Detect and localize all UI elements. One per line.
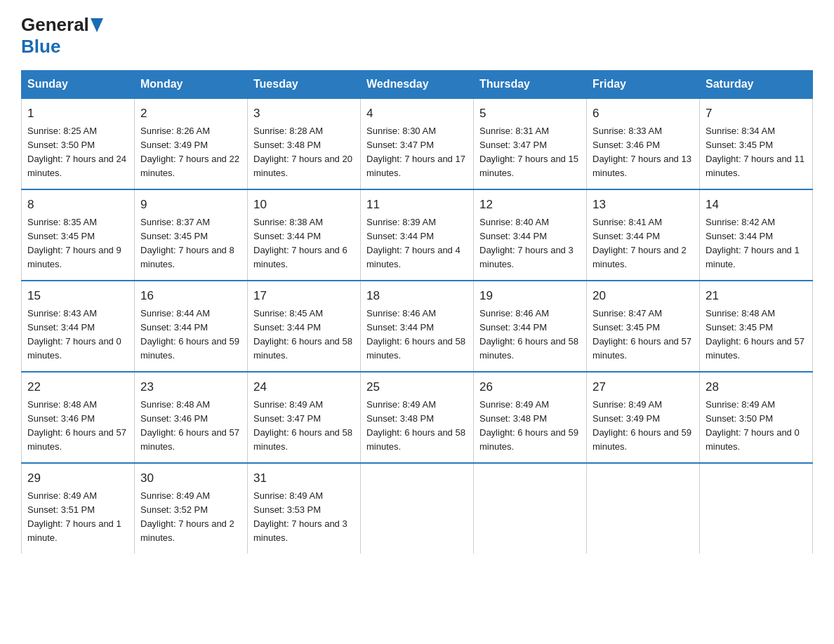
day-info: Sunrise: 8:37 AMSunset: 3:45 PMDaylight:… xyxy=(140,217,234,269)
calendar-cell xyxy=(361,463,474,554)
calendar-cell: 23Sunrise: 8:48 AMSunset: 3:46 PMDayligh… xyxy=(135,372,248,463)
weekday-header-sunday: Sunday xyxy=(22,71,135,99)
weekday-header-row: SundayMondayTuesdayWednesdayThursdayFrid… xyxy=(22,71,813,99)
day-info: Sunrise: 8:48 AMSunset: 3:46 PMDaylight:… xyxy=(140,399,239,452)
calendar-cell: 19Sunrise: 8:46 AMSunset: 3:44 PMDayligh… xyxy=(474,281,587,372)
day-number: 22 xyxy=(27,378,128,396)
day-number: 25 xyxy=(366,378,468,396)
day-info: Sunrise: 8:48 AMSunset: 3:45 PMDaylight:… xyxy=(706,308,805,361)
calendar-cell: 27Sunrise: 8:49 AMSunset: 3:49 PMDayligh… xyxy=(587,372,700,463)
day-info: Sunrise: 8:44 AMSunset: 3:44 PMDaylight:… xyxy=(140,308,239,361)
weekday-header-thursday: Thursday xyxy=(474,71,587,99)
day-info: Sunrise: 8:49 AMSunset: 3:51 PMDaylight:… xyxy=(27,490,121,543)
day-info: Sunrise: 8:49 AMSunset: 3:49 PMDaylight:… xyxy=(593,399,691,452)
calendar-cell: 7Sunrise: 8:34 AMSunset: 3:45 PMDaylight… xyxy=(700,98,813,189)
day-info: Sunrise: 8:42 AMSunset: 3:44 PMDaylight:… xyxy=(706,217,800,269)
calendar-cell: 24Sunrise: 8:49 AMSunset: 3:47 PMDayligh… xyxy=(248,372,361,463)
day-info: Sunrise: 8:47 AMSunset: 3:45 PMDaylight:… xyxy=(593,308,691,361)
calendar-cell: 18Sunrise: 8:46 AMSunset: 3:44 PMDayligh… xyxy=(361,281,474,372)
calendar-cell xyxy=(700,463,813,554)
day-info: Sunrise: 8:25 AMSunset: 3:50 PMDaylight:… xyxy=(27,126,126,178)
day-info: Sunrise: 8:41 AMSunset: 3:44 PMDaylight:… xyxy=(593,217,687,269)
day-info: Sunrise: 8:49 AMSunset: 3:53 PMDaylight:… xyxy=(253,490,348,543)
day-number: 30 xyxy=(140,469,241,488)
week-row-2: 8Sunrise: 8:35 AMSunset: 3:45 PMDaylight… xyxy=(22,189,813,281)
day-number: 27 xyxy=(593,378,694,396)
day-number: 4 xyxy=(366,105,468,123)
day-number: 29 xyxy=(27,469,128,488)
day-info: Sunrise: 8:49 AMSunset: 3:52 PMDaylight:… xyxy=(140,490,234,543)
day-info: Sunrise: 8:39 AMSunset: 3:44 PMDaylight:… xyxy=(366,217,461,269)
day-number: 17 xyxy=(253,287,355,305)
day-number: 21 xyxy=(706,287,807,305)
day-number: 28 xyxy=(706,378,807,396)
day-info: Sunrise: 8:38 AMSunset: 3:44 PMDaylight:… xyxy=(253,217,348,269)
day-number: 15 xyxy=(27,287,128,305)
calendar-cell: 26Sunrise: 8:49 AMSunset: 3:48 PMDayligh… xyxy=(474,372,587,463)
calendar-cell: 20Sunrise: 8:47 AMSunset: 3:45 PMDayligh… xyxy=(587,281,700,372)
calendar-cell: 30Sunrise: 8:49 AMSunset: 3:52 PMDayligh… xyxy=(135,463,248,554)
calendar-cell: 2Sunrise: 8:26 AMSunset: 3:49 PMDaylight… xyxy=(135,98,248,189)
logo-arrow-icon xyxy=(91,18,103,34)
day-number: 16 xyxy=(140,287,241,305)
day-info: Sunrise: 8:49 AMSunset: 3:50 PMDaylight:… xyxy=(706,399,800,452)
page-header: General Blue xyxy=(21,14,813,58)
calendar-cell: 25Sunrise: 8:49 AMSunset: 3:48 PMDayligh… xyxy=(361,372,474,463)
calendar-cell: 15Sunrise: 8:43 AMSunset: 3:44 PMDayligh… xyxy=(22,281,135,372)
calendar-cell: 10Sunrise: 8:38 AMSunset: 3:44 PMDayligh… xyxy=(248,189,361,281)
calendar-cell: 31Sunrise: 8:49 AMSunset: 3:53 PMDayligh… xyxy=(248,463,361,554)
calendar-cell: 29Sunrise: 8:49 AMSunset: 3:51 PMDayligh… xyxy=(22,463,135,554)
calendar-cell: 21Sunrise: 8:48 AMSunset: 3:45 PMDayligh… xyxy=(700,281,813,372)
day-info: Sunrise: 8:49 AMSunset: 3:48 PMDaylight:… xyxy=(479,399,578,452)
calendar-cell: 6Sunrise: 8:33 AMSunset: 3:46 PMDaylight… xyxy=(587,98,700,189)
day-info: Sunrise: 8:30 AMSunset: 3:47 PMDaylight:… xyxy=(366,126,465,178)
day-number: 31 xyxy=(253,469,355,488)
day-number: 8 xyxy=(27,196,128,214)
logo: General Blue xyxy=(21,14,103,58)
day-info: Sunrise: 8:28 AMSunset: 3:48 PMDaylight:… xyxy=(253,126,352,178)
day-number: 12 xyxy=(479,196,581,214)
week-row-4: 22Sunrise: 8:48 AMSunset: 3:46 PMDayligh… xyxy=(22,372,813,463)
day-number: 26 xyxy=(479,378,581,396)
weekday-header-wednesday: Wednesday xyxy=(361,71,474,99)
day-number: 10 xyxy=(253,196,355,214)
calendar-cell: 1Sunrise: 8:25 AMSunset: 3:50 PMDaylight… xyxy=(22,98,135,189)
weekday-header-tuesday: Tuesday xyxy=(248,71,361,99)
weekday-header-saturday: Saturday xyxy=(700,71,813,99)
calendar-cell: 14Sunrise: 8:42 AMSunset: 3:44 PMDayligh… xyxy=(700,189,813,281)
weekday-header-monday: Monday xyxy=(135,71,248,99)
day-info: Sunrise: 8:40 AMSunset: 3:44 PMDaylight:… xyxy=(479,217,574,269)
day-number: 3 xyxy=(253,105,355,123)
day-info: Sunrise: 8:43 AMSunset: 3:44 PMDaylight:… xyxy=(27,308,121,361)
calendar-cell: 9Sunrise: 8:37 AMSunset: 3:45 PMDaylight… xyxy=(135,189,248,281)
calendar-cell: 16Sunrise: 8:44 AMSunset: 3:44 PMDayligh… xyxy=(135,281,248,372)
day-number: 13 xyxy=(593,196,694,214)
day-number: 2 xyxy=(140,105,241,123)
day-info: Sunrise: 8:45 AMSunset: 3:44 PMDaylight:… xyxy=(253,308,352,361)
calendar-table: SundayMondayTuesdayWednesdayThursdayFrid… xyxy=(21,70,813,554)
week-row-5: 29Sunrise: 8:49 AMSunset: 3:51 PMDayligh… xyxy=(22,463,813,554)
day-number: 11 xyxy=(366,196,468,214)
svg-marker-0 xyxy=(91,18,103,32)
day-info: Sunrise: 8:31 AMSunset: 3:47 PMDaylight:… xyxy=(479,126,578,178)
calendar-cell: 17Sunrise: 8:45 AMSunset: 3:44 PMDayligh… xyxy=(248,281,361,372)
day-number: 24 xyxy=(253,378,355,396)
day-number: 9 xyxy=(140,196,241,214)
day-number: 18 xyxy=(366,287,468,305)
day-number: 14 xyxy=(706,196,807,214)
day-info: Sunrise: 8:49 AMSunset: 3:48 PMDaylight:… xyxy=(366,399,465,452)
calendar-cell: 11Sunrise: 8:39 AMSunset: 3:44 PMDayligh… xyxy=(361,189,474,281)
day-info: Sunrise: 8:26 AMSunset: 3:49 PMDaylight:… xyxy=(140,126,239,178)
day-info: Sunrise: 8:46 AMSunset: 3:44 PMDaylight:… xyxy=(479,308,578,361)
day-info: Sunrise: 8:49 AMSunset: 3:47 PMDaylight:… xyxy=(253,399,352,452)
calendar-cell: 8Sunrise: 8:35 AMSunset: 3:45 PMDaylight… xyxy=(22,189,135,281)
calendar-cell: 4Sunrise: 8:30 AMSunset: 3:47 PMDaylight… xyxy=(361,98,474,189)
calendar-cell: 5Sunrise: 8:31 AMSunset: 3:47 PMDaylight… xyxy=(474,98,587,189)
calendar-cell xyxy=(587,463,700,554)
day-number: 6 xyxy=(593,105,694,123)
day-info: Sunrise: 8:46 AMSunset: 3:44 PMDaylight:… xyxy=(366,308,465,361)
day-info: Sunrise: 8:35 AMSunset: 3:45 PMDaylight:… xyxy=(27,217,121,269)
week-row-1: 1Sunrise: 8:25 AMSunset: 3:50 PMDaylight… xyxy=(22,98,813,189)
logo-blue-text: Blue xyxy=(21,36,60,58)
day-number: 19 xyxy=(479,287,581,305)
